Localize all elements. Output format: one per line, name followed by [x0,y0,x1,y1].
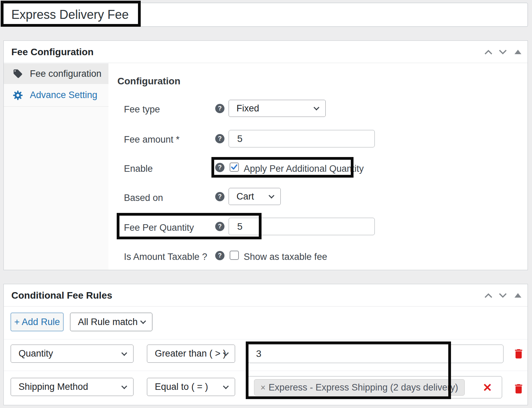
rule-divider [4,339,528,339]
checkmark-icon [231,164,238,171]
tag-label: Experess - Express Shipping (2 days deli… [269,382,458,393]
help-icon[interactable]: ? [215,163,224,172]
rule-field-value: Shipping Method [19,382,88,392]
sidebar-item-label: Advance Setting [30,90,97,100]
sidebar-item-advance-setting[interactable]: Advance Setting [4,84,108,107]
fee-type-value: Fixed [236,103,259,114]
rule-field-select[interactable]: Shipping Method [11,378,134,396]
selected-shipping-method-tag: × Experess - Express Shipping (2 days de… [254,379,465,396]
enable-label: Enable [124,164,153,174]
help-icon[interactable]: ? [215,104,224,113]
based-on-label: Based on [124,193,163,203]
rule-field-select[interactable]: Quantity [11,345,134,363]
add-rule-button[interactable]: + Add Rule [11,313,63,331]
collapse-toggle-icon[interactable] [514,50,521,54]
metabox-sort-controls [486,41,521,63]
rule-match-select[interactable]: All Rule match [70,313,152,331]
help-icon[interactable]: ? [215,222,224,231]
rule-value-multiselect[interactable]: × Experess - Express Shipping (2 days de… [247,376,502,398]
fee-per-quantity-input[interactable] [229,218,375,235]
clear-selection-icon[interactable]: ✕ [483,382,492,393]
show-as-taxable-fee-label: Show as taxable fee [244,252,327,262]
conditional-fee-rules-header: Conditional Fee Rules [4,284,528,307]
tag-remove-icon[interactable]: × [261,383,266,393]
apply-per-additional-quantity-checkbox[interactable] [230,163,239,172]
chevron-down-icon [223,383,229,389]
fee-amount-input[interactable] [229,130,375,147]
collapse-toggle-icon[interactable] [514,293,521,298]
chevron-down-icon [314,105,320,110]
move-up-icon[interactable] [485,49,493,57]
fee-configuration-metabox: Fee Configuration Fee configuration [3,40,528,270]
rule-operator-select[interactable]: Equal to ( = ) [147,378,235,396]
rule-operator-value: Greater than ( > ) [155,348,226,359]
fee-type-select[interactable]: Fixed [229,100,326,117]
chevron-down-icon [140,318,146,324]
sidebar-item-fee-configuration[interactable]: Fee configuration [4,63,108,84]
chevron-down-icon [269,193,275,199]
conditional-fee-rules-metabox: Conditional Fee Rules + Add Rule All Rul… [3,284,528,405]
fee-title-input[interactable] [3,3,528,27]
fee-edit-page: Fee Configuration Fee configuration [0,0,532,408]
tag-icon [13,69,23,79]
rule-divider [4,371,528,371]
chevron-down-icon [122,350,127,356]
metabox-title: Conditional Fee Rules [11,284,112,307]
move-down-icon[interactable] [499,290,507,298]
fee-type-label: Fee type [124,104,160,115]
rule-operator-value: Equal to ( = ) [155,382,208,392]
rule-field-value: Quantity [19,348,53,359]
rule-operator-select[interactable]: Greater than ( > ) [147,345,235,363]
gear-icon [13,90,23,100]
fee-amount-label: Fee amount * [124,134,180,145]
fee-config-sidebar: Fee configuration Advance Setting [4,63,108,270]
metabox-sort-controls [486,284,521,307]
trash-icon[interactable] [512,383,525,395]
help-icon[interactable]: ? [215,134,224,143]
move-up-icon[interactable] [485,293,493,301]
trash-icon[interactable] [512,348,525,360]
configuration-heading: Configuration [117,76,181,87]
rule-value-input[interactable] [247,345,504,363]
show-as-taxable-fee-checkbox[interactable] [230,251,239,260]
rule-match-value: All Rule match [78,317,138,327]
fee-config-content: Configuration Fee type ? Fixed Fee amoun… [108,63,528,270]
taxable-label: Is Amount Taxable ? [124,252,207,262]
help-icon[interactable]: ? [215,251,224,260]
move-down-icon[interactable] [499,47,507,55]
based-on-value: Cart [236,191,254,202]
based-on-select[interactable]: Cart [229,188,281,205]
help-icon[interactable]: ? [215,192,224,201]
chevron-down-icon [122,383,127,389]
apply-per-additional-quantity-label: Apply Per Additional Quantity [244,164,364,174]
fee-per-quantity-label: Fee Per Quantity [124,223,194,233]
fee-configuration-header: Fee Configuration [4,41,528,63]
sidebar-item-label: Fee configuration [30,69,102,79]
metabox-title: Fee Configuration [11,41,94,63]
